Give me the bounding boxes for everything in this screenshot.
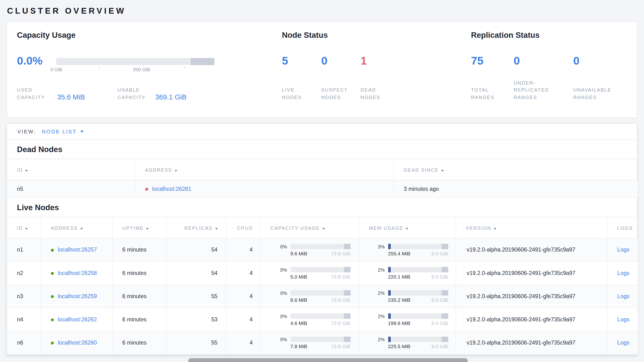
capacity-bar-end-segment bbox=[191, 58, 214, 65]
node-address-link[interactable]: localhost:26259 bbox=[58, 293, 97, 299]
logs-cell: Logs bbox=[607, 261, 638, 285]
sort-desc-icon bbox=[25, 170, 28, 172]
live-status-dot-icon bbox=[50, 342, 54, 344]
sort-header-address[interactable]: ADDRESS bbox=[40, 217, 112, 238]
mem-usage-meter: 2% 220.1 MiB8.0 GiB bbox=[376, 266, 456, 280]
node-id-cell: n2 bbox=[7, 261, 40, 285]
node-address-link[interactable]: localhost:26262 bbox=[58, 316, 97, 322]
unavailable-ranges-count: 0 bbox=[573, 55, 627, 67]
cpus-cell: 4 bbox=[226, 261, 260, 285]
sort-header-uptime[interactable]: UPTIME bbox=[112, 217, 166, 238]
live-node-row: n2 localhost:26258 6 minutes 54 4 0% 5.0… bbox=[7, 261, 638, 285]
under-replicated-ranges-label: UNDER-REPLICATED RANGES bbox=[514, 79, 555, 102]
capacity-usage-cell: 0% 4.6 MiB73.8 GiB bbox=[260, 308, 359, 331]
capacity-usage-bar: 0 GiB 200 GiB bbox=[56, 55, 214, 74]
sort-desc-icon bbox=[406, 228, 408, 230]
logs-link[interactable]: Logs bbox=[617, 270, 630, 276]
live-status-dot-icon bbox=[50, 318, 54, 321]
live-node-row: n4 localhost:26262 6 minutes 53 4 0% 4.6… bbox=[7, 308, 638, 331]
capacity-usage-meter: 0% 4.6 MiB73.8 GiB bbox=[278, 312, 358, 326]
node-address-link[interactable]: localhost:26261 bbox=[152, 186, 191, 192]
sort-header-capacity-usage[interactable]: CAPACITY USAGE bbox=[260, 217, 359, 238]
capacity-usage-meter: 0% 9.6 MiB73.8 GiB bbox=[278, 243, 358, 257]
node-address-cell: localhost:26258 bbox=[40, 261, 112, 285]
axis-tick bbox=[184, 66, 185, 69]
horizontal-scrollbar-thumb[interactable] bbox=[188, 358, 468, 362]
sort-header-version[interactable]: VERSION bbox=[456, 217, 607, 238]
live-nodes-stat: 5 LIVE NODES bbox=[282, 55, 321, 102]
sort-header-mem-usage[interactable]: MEM USAGE bbox=[359, 217, 456, 238]
node-id-cell: n4 bbox=[7, 308, 40, 331]
logs-link[interactable]: Logs bbox=[617, 247, 630, 253]
logs-cell: Logs bbox=[607, 331, 638, 354]
mem-usage-meter: 3% 255.4 MiB8.0 GiB bbox=[376, 243, 456, 257]
node-address-link[interactable]: localhost:26258 bbox=[58, 270, 97, 276]
capacity-usage-cell: 0% 5.0 MiB73.8 GiB bbox=[260, 261, 359, 285]
cluster-overview-page: CLUSTER OVERVIEW Capacity Usage 0.0% 0 G… bbox=[0, 0, 644, 362]
live-node-row: n6 localhost:26260 6 minutes 55 4 0% 7.8… bbox=[7, 331, 638, 354]
live-node-row: n1 localhost:26257 6 minutes 54 4 0% 9.6… bbox=[7, 238, 638, 261]
sort-header-dead-since[interactable]: DEAD SINCE bbox=[394, 159, 638, 180]
live-status-dot-icon bbox=[50, 295, 54, 298]
view-selector-dropdown[interactable]: NODE LIST bbox=[42, 129, 84, 134]
suspect-nodes-count: 0 bbox=[321, 55, 361, 67]
node-address-link[interactable]: localhost:26257 bbox=[58, 247, 97, 253]
page-title: CLUSTER OVERVIEW bbox=[0, 0, 644, 22]
sort-desc-icon bbox=[80, 228, 82, 230]
capacity-usage-meter: 0% 7.8 MiB73.8 GiB bbox=[278, 336, 358, 349]
sort-header-id[interactable]: ID bbox=[7, 217, 40, 238]
capacity-usage-meter: 0% 5.0 MiB73.8 GiB bbox=[278, 266, 358, 280]
cpus-cell: 4 bbox=[226, 331, 260, 354]
sort-desc-icon bbox=[215, 228, 218, 230]
capacity-usage-meter: 0% 8.6 MiB73.8 GiB bbox=[278, 289, 358, 303]
node-address-link[interactable]: localhost:26260 bbox=[58, 339, 97, 346]
cpus-cell: 4 bbox=[226, 285, 260, 308]
sort-header-replicas[interactable]: REPLICAS bbox=[166, 217, 226, 238]
sort-desc-icon bbox=[494, 228, 496, 230]
replicas-cell: 53 bbox=[166, 308, 226, 331]
mem-usage-cell: 2% 225.5 MiB8.0 GiB bbox=[359, 331, 456, 354]
dead-nodes-count: 1 bbox=[360, 55, 400, 67]
mem-usage-cell: 3% 255.4 MiB8.0 GiB bbox=[359, 238, 456, 261]
sort-desc-icon bbox=[146, 228, 149, 230]
view-label: VIEW: bbox=[18, 129, 36, 134]
dead-nodes-stat: 1 DEAD NODES bbox=[360, 55, 400, 102]
node-status-section: Node Status 5 LIVE NODES 0 SUSPECT NODES… bbox=[282, 31, 471, 104]
version-cell: v19.2.0-alpha.20190606-2491-gfe735c9a97 bbox=[456, 308, 607, 331]
version-cell: v19.2.0-alpha.20190606-2491-gfe735c9a97 bbox=[456, 285, 607, 308]
node-address-cell: localhost:26260 bbox=[40, 331, 112, 354]
capacity-usage-cell: 0% 7.8 MiB73.8 GiB bbox=[260, 331, 359, 354]
logs-link[interactable]: Logs bbox=[617, 316, 630, 322]
cpus-cell: 4 bbox=[226, 308, 260, 331]
node-id-cell: n6 bbox=[7, 331, 40, 354]
mem-usage-cell: 2% 199.6 MiB8.0 GiB bbox=[359, 308, 456, 331]
version-cell: v19.2.0-alpha.20190606-2491-gfe735c9a97 bbox=[456, 331, 607, 354]
sort-desc-icon bbox=[25, 228, 28, 230]
cpus-cell: 4 bbox=[226, 238, 260, 261]
dead-node-row: n5 localhost:26261 3 minutes ago bbox=[7, 180, 638, 198]
live-nodes-table: ID ADDRESS UPTIME REPLICAS CPUS CAPACITY… bbox=[7, 217, 638, 354]
logs-link[interactable]: Logs bbox=[617, 293, 630, 299]
node-address-cell: localhost:26262 bbox=[40, 308, 112, 331]
sort-header-dead-id[interactable]: ID bbox=[7, 159, 135, 180]
mem-usage-cell: 2% 235.2 MiB8.0 GiB bbox=[359, 285, 456, 308]
capacity-usage-cell: 0% 8.6 MiB73.8 GiB bbox=[260, 285, 359, 308]
uptime-cell: 6 minutes bbox=[112, 238, 166, 261]
logs-link[interactable]: Logs bbox=[617, 339, 630, 346]
dead-status-dot-icon bbox=[145, 188, 148, 191]
live-nodes-count: 5 bbox=[282, 55, 321, 67]
node-list-panel: VIEW: NODE LIST Dead Nodes ID ADDRESS DE… bbox=[7, 124, 637, 355]
under-replicated-ranges-stat: 0 UNDER-REPLICATED RANGES bbox=[514, 55, 573, 102]
capacity-usage-section: Capacity Usage 0.0% 0 GiB 200 GiB bbox=[17, 31, 282, 104]
sort-header-dead-address[interactable]: ADDRESS bbox=[135, 159, 394, 180]
replicas-cell: 55 bbox=[166, 331, 226, 354]
node-address-cell: localhost:26257 bbox=[40, 238, 112, 261]
node-id-cell: n3 bbox=[7, 285, 40, 308]
mem-usage-meter: 2% 199.6 MiB8.0 GiB bbox=[376, 312, 456, 326]
node-id-cell: n5 bbox=[7, 180, 135, 198]
sort-desc-icon bbox=[441, 170, 444, 172]
node-id-cell: n1 bbox=[7, 238, 40, 261]
total-ranges-stat: 75 TOTAL RANGES bbox=[471, 55, 514, 102]
mem-usage-cell: 2% 220.1 MiB8.0 GiB bbox=[359, 261, 456, 285]
uptime-cell: 6 minutes bbox=[112, 308, 166, 331]
